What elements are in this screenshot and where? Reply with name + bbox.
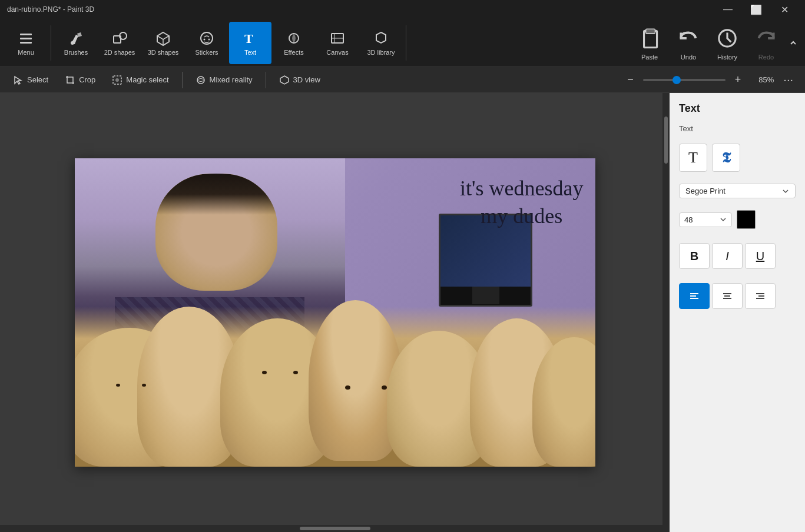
font-size-selector[interactable]: 48: [679, 212, 732, 227]
alignment-buttons: [679, 283, 796, 309]
minimize-button[interactable]: —: [714, 0, 741, 19]
undo-button[interactable]: Undo: [670, 22, 707, 64]
paste-label: Paste: [641, 54, 658, 61]
library3d-button[interactable]: 3D library: [360, 22, 402, 64]
toolbar-chevron[interactable]: [786, 22, 800, 64]
effects-label: Effects: [284, 49, 303, 56]
right-panel: Text Text T 𝕿 Segoe Print 48: [670, 93, 805, 532]
styled-text-button[interactable]: 𝕿: [712, 144, 740, 172]
redo-label: Redo: [758, 54, 774, 61]
paste-button[interactable]: Paste: [631, 22, 668, 64]
person-head: [155, 174, 277, 291]
crop-button[interactable]: Crop: [59, 72, 101, 88]
align-left-icon: [688, 290, 700, 302]
sec-separator2: [266, 72, 266, 88]
align-center-button[interactable]: [712, 283, 743, 309]
menu-icon: [18, 30, 34, 46]
svg-point-3: [71, 41, 74, 45]
chevron-down-icon: [782, 188, 789, 195]
panel-title: Text: [679, 102, 796, 115]
scrollbar-thumb[interactable]: [300, 527, 370, 530]
shapes3d-button[interactable]: 3D shapes: [142, 22, 184, 64]
canvas-scrollbar-vertical[interactable]: [662, 93, 670, 525]
svg-point-18: [115, 78, 119, 82]
select-icon: [13, 75, 24, 85]
svg-text:T: T: [244, 31, 253, 46]
toolbar-right: Paste Undo History Redo: [631, 22, 800, 64]
plain-text-button[interactable]: T: [679, 144, 707, 172]
undo-icon: [675, 25, 701, 51]
view3d-button[interactable]: 3D view: [273, 72, 326, 88]
stickers-icon: [198, 30, 215, 46]
titlebar: dan-rubino.PNG* - Paint 3D — ⬜ ✕: [0, 0, 805, 19]
eye-1: [116, 384, 120, 387]
mixed-reality-icon: [196, 75, 206, 85]
maximize-button[interactable]: ⬜: [743, 0, 770, 19]
svg-point-19: [197, 77, 204, 84]
font-selector[interactable]: Segoe Print: [679, 184, 796, 198]
menu-button[interactable]: Menu: [5, 22, 47, 64]
shapes2d-label: 2D shapes: [104, 49, 135, 56]
canvas-image[interactable]: it's wednesday my dudes: [75, 158, 595, 467]
main-toolbar: Menu Brushes 2D shapes 3D shapes: [0, 19, 805, 67]
magic-select-button[interactable]: Magic select: [106, 72, 174, 88]
shapes2d-button[interactable]: 2D shapes: [98, 22, 141, 64]
close-button[interactable]: ✕: [771, 0, 798, 19]
brushes-icon: [68, 30, 84, 46]
canvas-button[interactable]: Canvas: [316, 22, 359, 64]
canvas-scrollbar-horizontal[interactable]: [0, 525, 670, 532]
scrollbar-thumb-vertical[interactable]: [664, 117, 668, 164]
titlebar-controls: — ⬜ ✕: [714, 0, 798, 19]
text-label: Text: [244, 49, 256, 56]
text-button[interactable]: T Text: [229, 22, 271, 64]
effects-icon: [286, 30, 302, 46]
shapes3d-icon: [155, 30, 171, 46]
align-right-icon: [754, 290, 766, 302]
redo-icon: [753, 25, 779, 51]
zoom-out-button[interactable]: −: [622, 71, 638, 88]
canvas-text-overlay: it's wednesday my dudes: [460, 175, 583, 230]
text-style-row: T 𝕿: [679, 144, 796, 172]
font-name: Segoe Print: [685, 187, 726, 195]
bold-button[interactable]: B: [679, 243, 710, 269]
canvas-icon: [329, 30, 346, 46]
italic-button[interactable]: I: [712, 243, 743, 269]
align-left-button[interactable]: [679, 283, 710, 309]
more-options-button[interactable]: ···: [779, 71, 798, 89]
brushes-label: Brushes: [64, 49, 88, 56]
svg-rect-1: [20, 38, 32, 39]
effects-button[interactable]: Effects: [273, 22, 315, 64]
main-area: it's wednesday my dudes: [0, 93, 805, 532]
eye-3: [262, 371, 267, 374]
sec-separator1: [182, 72, 183, 88]
svg-point-7: [204, 38, 206, 40]
zoom-controls: − + 85% ···: [622, 71, 798, 89]
history-icon: [714, 25, 740, 51]
redo-button[interactable]: Redo: [747, 22, 785, 64]
magic-select-icon: [112, 75, 122, 85]
zoom-slider[interactable]: [643, 79, 726, 81]
font-size-row: 48: [679, 210, 796, 229]
mixed-reality-button[interactable]: Mixed reality: [190, 72, 259, 88]
titlebar-title: dan-rubino.PNG* - Paint 3D: [7, 5, 94, 14]
eye-6: [382, 385, 387, 390]
select-button[interactable]: Select: [7, 72, 54, 88]
color-picker[interactable]: [737, 210, 756, 229]
shapes3d-label: 3D shapes: [148, 49, 179, 56]
separator2: [406, 25, 406, 61]
canvas-area[interactable]: it's wednesday my dudes: [0, 93, 670, 532]
text-icon: T: [242, 30, 259, 46]
stickers-button[interactable]: Stickers: [185, 22, 228, 64]
canvas-text-line2: my dudes: [460, 202, 583, 230]
underline-button[interactable]: U: [745, 243, 776, 269]
history-button[interactable]: History: [708, 22, 746, 64]
align-right-button[interactable]: [745, 283, 776, 309]
library3d-icon: [373, 30, 389, 46]
view3d-icon: [279, 75, 290, 85]
zoom-in-button[interactable]: +: [730, 71, 746, 88]
align-center-icon: [721, 290, 733, 302]
chevron-down-icon2: [720, 216, 727, 223]
brushes-button[interactable]: Brushes: [55, 22, 97, 64]
paste-icon: [637, 25, 662, 51]
undo-label: Undo: [681, 54, 696, 61]
